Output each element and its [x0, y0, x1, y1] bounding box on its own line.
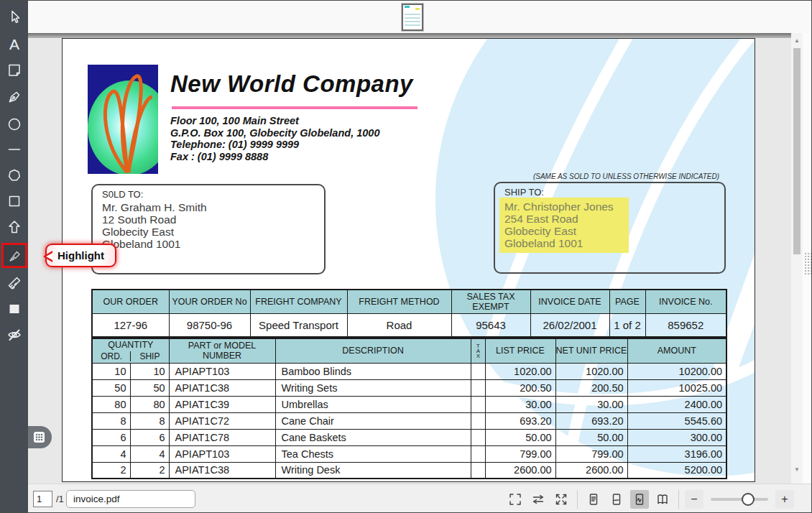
page-thumbnail[interactable] — [402, 4, 423, 31]
page-number-input[interactable] — [33, 491, 52, 507]
net-unit-price-cell: 1020.00 — [555, 363, 627, 379]
fit-screen-icon — [508, 492, 522, 507]
single-page-view-button[interactable] — [584, 490, 603, 509]
single-page-view-icon — [586, 492, 601, 507]
page-curl-view-button[interactable] — [607, 490, 626, 509]
address-line: Telephone: (01) 9999 9999 — [170, 139, 379, 151]
list-price-header-cell: LIST PRICE — [485, 338, 555, 363]
continuous-scroll-view-button[interactable] — [630, 490, 649, 509]
tax-cell — [471, 429, 485, 445]
zoom-slider-track[interactable] — [711, 498, 768, 501]
zoom-slider[interactable] — [711, 490, 768, 509]
company-name: New World Company — [170, 70, 413, 98]
ellipse-tool-button[interactable] — [4, 114, 25, 135]
scroll-up-arrow-icon[interactable]: ▲ — [791, 36, 803, 46]
ship-to-line: Mr. Christopher Jones — [504, 200, 629, 213]
line-icon — [6, 141, 23, 158]
ord-cell: 80 — [92, 396, 130, 412]
sold-to-box: S0LD TO: Mr. Graham H. Smith12 South Roa… — [91, 184, 326, 274]
company-logo — [88, 65, 158, 174]
amount-cell: 5545.60 — [627, 412, 726, 429]
net-unit-price-cell: 693.20 — [555, 412, 627, 429]
hide-annotations-tool-button[interactable] — [4, 324, 25, 346]
view-controls: − + — [504, 484, 795, 513]
ruler-tool-button[interactable] — [4, 272, 25, 294]
zoom-in-button[interactable]: + — [775, 490, 794, 509]
vertical-scrollbar[interactable]: ▲ ▼ — [791, 33, 803, 484]
filename-input[interactable] — [66, 490, 195, 508]
selected-tool-outline — [1, 243, 27, 268]
pen-icon — [6, 88, 23, 106]
block-arrow-tool-button[interactable] — [4, 216, 25, 238]
list-price-cell: 200.50 — [485, 379, 555, 396]
amount-cell: 2400.00 — [627, 396, 726, 412]
grid-panel-button[interactable] — [27, 426, 52, 448]
panel-resize-grip[interactable] — [804, 252, 811, 275]
tax-cell — [471, 396, 485, 412]
toolbar-divider — [678, 490, 679, 509]
part-cell: APIAT1C78 — [169, 429, 275, 445]
tax-header-label: TAX — [476, 343, 479, 359]
amount-cell: 10025.00 — [627, 379, 726, 396]
pointer-icon — [6, 9, 23, 26]
book-view-icon — [655, 492, 670, 507]
document-viewport[interactable]: New World Company Floor 100, 100 Main St… — [28, 33, 791, 484]
list-price-cell: 2600.00 — [485, 462, 555, 479]
net-unit-price-cell: 200.50 — [555, 379, 627, 396]
continuous-scroll-view-icon — [632, 492, 647, 507]
sold-to-label: S0LD TO: — [102, 189, 143, 200]
line-tool-button[interactable] — [4, 139, 25, 160]
order-info-header-cell: FREIGHT METHOD — [347, 290, 451, 313]
ord-cell: 10 — [92, 363, 130, 379]
filled-rectangle-tool-button[interactable] — [4, 298, 25, 320]
order-info-value-cell: Speed Transport — [250, 313, 347, 337]
fit-width-button[interactable] — [529, 490, 548, 509]
net-unit-price-cell: 799.00 — [555, 445, 627, 462]
items-body: 10 10 APIAPT103 Bamboo Blinds 1020.00 10… — [92, 363, 726, 479]
note-tool-button[interactable] — [4, 60, 25, 81]
polygon-tool-button[interactable] — [4, 165, 25, 186]
rectangle-tool-button[interactable] — [4, 190, 25, 212]
polygon-icon — [6, 167, 23, 184]
order-info-value-cell: 859652 — [645, 313, 726, 337]
grid-icon — [33, 431, 45, 443]
ellipse-icon — [6, 116, 23, 133]
rectangle-icon — [6, 193, 23, 210]
highlight-annotation[interactable]: Mr. Christopher Jones254 East RoadGlobec… — [499, 198, 629, 253]
pointer-tool-button[interactable] — [4, 6, 25, 28]
ship-cell: 50 — [130, 379, 169, 396]
ship-cell: 6 — [130, 429, 169, 445]
order-info-value-cell: 98750-96 — [169, 313, 250, 337]
fit-screen-button[interactable] — [506, 490, 525, 509]
description-cell: Tea Chests — [275, 445, 471, 462]
page-curl-view-icon — [609, 492, 624, 507]
part-cell: APIAPT103 — [169, 445, 275, 462]
part-cell: APIAT1C38 — [169, 462, 275, 479]
description-cell: Writing Sets — [275, 379, 471, 396]
sold-to-line: Globeland 1001 — [102, 238, 207, 250]
address-line: Floor 100, 100 Main Street — [170, 115, 379, 127]
zoom-slider-thumb[interactable] — [742, 493, 755, 506]
item-row: 10 10 APIAPT103 Bamboo Blinds 1020.00 10… — [92, 363, 726, 379]
thumbnail-bar — [28, 1, 812, 33]
list-price-cell: 693.20 — [485, 412, 555, 429]
scroll-down-arrow-icon[interactable]: ▼ — [791, 465, 803, 475]
ship-to-box: SHIP TO: Mr. Christopher Jones254 East R… — [494, 182, 726, 274]
expand-arrows-icon — [554, 492, 568, 507]
hide-annotations-icon — [6, 326, 23, 343]
text-tool-button[interactable]: A — [4, 33, 25, 55]
pen-tool-button[interactable] — [4, 86, 25, 108]
highlight-tooltip: Highlight — [45, 244, 116, 267]
amount-cell: 3196.00 — [627, 445, 726, 462]
actual-size-button[interactable] — [552, 490, 571, 509]
ord-cell: 4 — [92, 445, 130, 462]
description-cell: Writing Desk — [275, 462, 471, 479]
pdf-page[interactable]: New World Company Floor 100, 100 Main St… — [62, 38, 755, 482]
scrollbar-thumb[interactable] — [793, 48, 801, 254]
order-info-value-row: 127-9698750-96Speed TransportRoad9564326… — [92, 313, 726, 337]
ship-cell: 4 — [130, 445, 169, 462]
book-view-button[interactable] — [653, 490, 672, 509]
page-content: New World Company Floor 100, 100 Main St… — [63, 39, 755, 481]
order-info-value-cell: 127-96 — [92, 313, 169, 337]
zoom-out-button[interactable]: − — [685, 490, 703, 509]
